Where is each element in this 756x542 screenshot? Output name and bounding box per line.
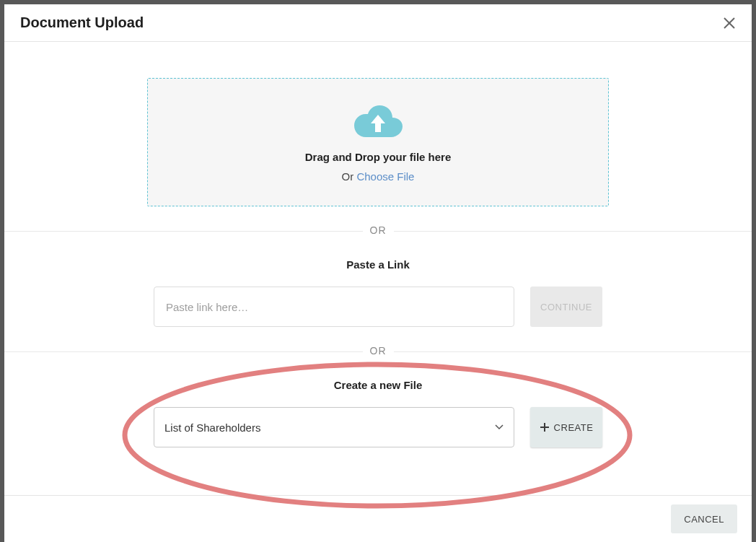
cloud-upload-icon [352,102,404,139]
paste-link-title: Paste a Link [4,258,752,271]
dropzone-or-text: Or [342,170,354,183]
choose-file-link[interactable]: Choose File [356,170,414,183]
create-button[interactable]: CREATE [530,407,602,447]
create-button-label: CREATE [554,422,594,433]
close-button[interactable] [721,15,737,31]
dropzone-sub-text: Or Choose File [342,170,415,183]
create-file-title: Create a new File [4,379,752,391]
paste-link-input[interactable] [154,287,514,327]
or-separator: OR [363,224,394,236]
chevron-down-icon [495,424,504,430]
continue-button[interactable]: CONTINUE [530,287,602,327]
cancel-button[interactable]: CANCEL [671,504,737,533]
modal-footer: CANCEL [4,495,752,542]
modal-title: Document Upload [20,14,144,31]
or-separator-2: OR [363,345,394,357]
plus-icon [540,422,550,432]
dropzone-main-text: Drag and Drop your file here [305,151,452,163]
file-type-selected-value: List of Shareholders [164,421,260,434]
file-dropzone[interactable]: Drag and Drop your file here Or Choose F… [147,78,609,206]
document-upload-modal: Document Upload Drag and Drop your file … [4,4,752,542]
close-icon [723,17,736,30]
file-type-select[interactable]: List of Shareholders [154,407,514,447]
modal-body: Drag and Drop your file here Or Choose F… [4,42,752,495]
modal-header: Document Upload [4,4,752,42]
